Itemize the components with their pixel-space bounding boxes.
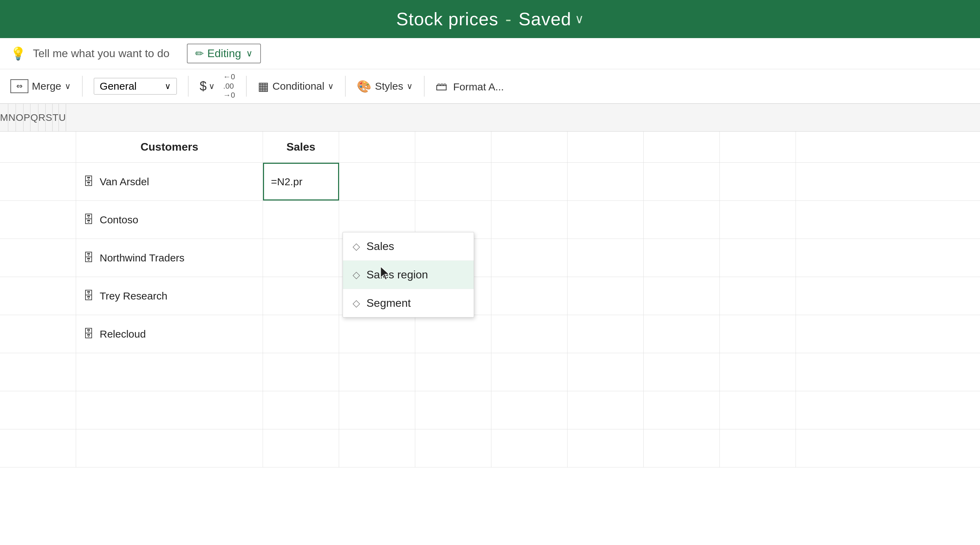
cell-o-3[interactable] (263, 239, 339, 277)
cell-q-8[interactable] (415, 429, 492, 467)
cell-r-2[interactable] (492, 201, 568, 239)
cell-s-5[interactable] (568, 315, 644, 353)
cell-r-header[interactable] (492, 132, 568, 163)
cell-t-3[interactable] (644, 239, 720, 277)
cell-n-6[interactable] (76, 353, 263, 391)
cell-n-header[interactable]: Customers (76, 132, 263, 163)
cell-m-6[interactable] (0, 353, 76, 391)
cell-s-7[interactable] (568, 391, 644, 429)
merge-button[interactable]: ⇔ Merge ∨ (10, 79, 71, 93)
cell-s-8[interactable] (568, 429, 644, 467)
cell-n-2[interactable]: 🗄 Contoso (76, 201, 263, 239)
cell-t-7[interactable] (644, 391, 720, 429)
cell-n-7[interactable] (76, 391, 263, 429)
col-header-m[interactable]: M (0, 104, 8, 131)
cell-s-1[interactable] (568, 163, 644, 201)
cell-u-8[interactable] (720, 429, 796, 467)
cell-n-8[interactable] (76, 429, 263, 467)
cell-u-6[interactable] (720, 353, 796, 391)
cell-r-5[interactable] (492, 315, 568, 353)
cell-o-1[interactable]: =N2.pr (263, 163, 339, 201)
cell-t-5[interactable] (644, 315, 720, 353)
cell-s-3[interactable] (568, 239, 644, 277)
cell-t-8[interactable] (644, 429, 720, 467)
cell-m-8[interactable] (0, 429, 76, 467)
cell-p-5[interactable] (339, 315, 415, 353)
cell-s-header[interactable] (568, 132, 644, 163)
cell-o-5[interactable] (263, 315, 339, 353)
cell-u-3[interactable] (720, 239, 796, 277)
decimal-increase-icon[interactable]: ←0 (223, 72, 235, 81)
cell-q-header[interactable] (415, 132, 492, 163)
cell-r-3[interactable] (492, 239, 568, 277)
decimal-decrease-icon[interactable]: .00→0 (223, 82, 235, 100)
cell-u-4[interactable] (720, 277, 796, 315)
cell-t-4[interactable] (644, 277, 720, 315)
cell-p-header[interactable] (339, 132, 415, 163)
cell-o-2[interactable] (263, 201, 339, 239)
cell-o-header[interactable]: Sales (263, 132, 339, 163)
col-header-p[interactable]: P (24, 104, 30, 131)
cell-t-6[interactable] (644, 353, 720, 391)
cell-u-header[interactable] (720, 132, 796, 163)
cell-m-4[interactable] (0, 277, 76, 315)
styles-button[interactable]: 🎨 Styles ∨ (357, 79, 413, 93)
cell-t-header[interactable] (644, 132, 720, 163)
cell-q-1[interactable] (415, 163, 492, 201)
cell-p-1[interactable] (339, 163, 415, 201)
cell-m-7[interactable] (0, 391, 76, 429)
cell-m-header[interactable] (0, 132, 76, 163)
cell-n-4[interactable]: 🗄 Trey Research (76, 277, 263, 315)
cell-r-1[interactable] (492, 163, 568, 201)
col-header-s[interactable]: S (46, 104, 52, 131)
cell-m-2[interactable] (0, 201, 76, 239)
cell-r-8[interactable] (492, 429, 568, 467)
cell-o-8[interactable] (263, 429, 339, 467)
autocomplete-item-segment[interactable]: ◇ Segment (343, 289, 474, 317)
cell-q-7[interactable] (415, 391, 492, 429)
cell-t-1[interactable] (644, 163, 720, 201)
cell-q-5[interactable] (415, 315, 492, 353)
cell-n-5[interactable]: 🗄 Relecloud (76, 315, 263, 353)
format-as-button[interactable]: 🗃 Format A... (436, 80, 504, 93)
cell-u-5[interactable] (720, 315, 796, 353)
editing-button[interactable]: ✏ Editing ∨ (187, 44, 261, 63)
cell-u-1[interactable] (720, 163, 796, 201)
cell-r-7[interactable] (492, 391, 568, 429)
cell-u-2[interactable] (720, 201, 796, 239)
title-dropdown-icon[interactable]: ∨ (575, 12, 584, 26)
table-row (0, 391, 980, 429)
cell-p-8[interactable] (339, 429, 415, 467)
cell-r-4[interactable] (492, 277, 568, 315)
cell-q-6[interactable] (415, 353, 492, 391)
cell-p-6[interactable] (339, 353, 415, 391)
conditional-button[interactable]: ▦ Conditional ∨ (258, 79, 334, 93)
col-header-o[interactable]: O (16, 104, 24, 131)
cell-o-7[interactable] (263, 391, 339, 429)
autocomplete-item-sales-region[interactable]: ◇ Sales region (343, 261, 474, 289)
dollar-button[interactable]: $ ∨ (200, 79, 215, 94)
cell-s-2[interactable] (568, 201, 644, 239)
cell-m-1[interactable] (0, 163, 76, 201)
cell-p-7[interactable] (339, 391, 415, 429)
cell-m-3[interactable] (0, 239, 76, 277)
col-header-r[interactable]: R (38, 104, 46, 131)
cell-o-4[interactable] (263, 277, 339, 315)
cell-n-1[interactable]: 🗄 Van Arsdel (76, 163, 263, 201)
cell-m-5[interactable] (0, 315, 76, 353)
format-dropdown[interactable]: General ∨ (94, 78, 177, 94)
cell-s-4[interactable] (568, 277, 644, 315)
col-header-q[interactable]: Q (30, 104, 38, 131)
cell-t-2[interactable] (644, 201, 720, 239)
cell-o-6[interactable] (263, 353, 339, 391)
format-as-label: Format A... (453, 81, 504, 92)
col-header-u[interactable]: U (59, 104, 66, 131)
briefcase-icon-4: 🗄 (83, 290, 94, 302)
cell-s-6[interactable] (568, 353, 644, 391)
col-header-t[interactable]: T (52, 104, 59, 131)
col-header-n[interactable]: N (8, 104, 16, 131)
cell-r-6[interactable] (492, 353, 568, 391)
cell-u-7[interactable] (720, 391, 796, 429)
autocomplete-item-sales[interactable]: ◇ Sales (343, 232, 474, 261)
cell-n-3[interactable]: 🗄 Northwind Traders (76, 239, 263, 277)
